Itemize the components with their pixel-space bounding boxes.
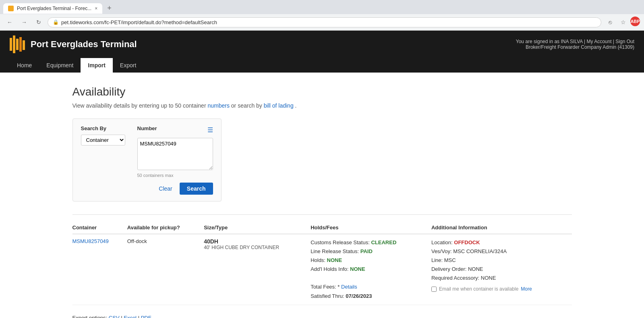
satisfied-thru-value: 07/26/2023 — [346, 293, 372, 299]
results-table-header: Container Available for pickup? Size/Typ… — [72, 221, 572, 234]
addl-holds-row: Add'l Holds Info: NONE — [311, 265, 427, 274]
nav-item-import[interactable]: Import — [81, 58, 113, 73]
required-accessory-label: Required Accessory: — [431, 275, 479, 281]
size-type-code: 40DH — [204, 238, 306, 245]
svg-rect-4 — [23, 40, 25, 50]
user-role-text: Broker/Freight Forwarder Company Admin (… — [516, 44, 634, 50]
email-label: Email me when container is available — [439, 285, 518, 293]
my-account-link[interactable]: My Account — [586, 39, 611, 44]
new-tab-button[interactable]: + — [104, 2, 115, 14]
holds-label: Holds: — [311, 257, 325, 263]
export-csv-link[interactable]: CSV — [109, 315, 120, 318]
table-row: MSMU8257049 Off-dock 40DH 40' HIGH CUBE … — [72, 234, 572, 305]
col-holds-fees: Holds/Fees — [311, 221, 431, 234]
location-value: OFFDOCK — [454, 239, 480, 245]
bookmark-button[interactable]: ☆ — [617, 17, 629, 28]
satisfied-thru-label: Satisfied Thru: — [311, 293, 344, 299]
numbers-link[interactable]: numbers — [207, 102, 229, 109]
col-available: Available for pickup? — [127, 221, 204, 234]
delivery-order-label: Delivery Order: — [431, 266, 466, 272]
sign-out-link[interactable]: Sign Out — [615, 39, 634, 44]
holds-value: NONE — [327, 257, 342, 263]
share-button[interactable]: ⎋ — [605, 17, 616, 28]
browser-tab-active: Port Everglades Terminal - Forec... × — [3, 3, 102, 14]
delivery-order-value: NONE — [468, 266, 483, 272]
delivery-order-row: Delivery Order: NONE — [431, 265, 567, 274]
line-label: Line: — [431, 257, 443, 263]
line-release-label: Line Release Status: — [311, 248, 359, 254]
customs-release-value: CLEARED — [371, 239, 396, 245]
app-title: Port Everglades Terminal — [31, 39, 137, 50]
main-content: Availability View availability details b… — [40, 73, 604, 318]
addl-holds-value: NONE — [350, 266, 365, 272]
required-accessory-value: NONE — [481, 275, 496, 281]
svg-rect-0 — [10, 38, 12, 51]
app-header-top: Port Everglades Terminal You are signed … — [0, 31, 644, 58]
email-notification-row: Email me when container is available Mor… — [431, 285, 567, 293]
back-button[interactable]: ← — [4, 17, 15, 28]
required-accessory-row: Required Accessory: NONE — [431, 274, 567, 283]
bill-of-lading-link[interactable]: bill of lading — [264, 102, 294, 109]
total-fees-row: Total Fees: * Details — [311, 283, 427, 291]
results-table-body: MSMU8257049 Off-dock 40DH 40' HIGH CUBE … — [72, 234, 572, 305]
url-text: pet.tideworks.com/fc-PET/import/default.… — [61, 19, 217, 25]
list-icon[interactable]: ☰ — [207, 126, 213, 134]
page-title: Availability — [72, 85, 572, 98]
line-row: Line: MSC — [431, 256, 567, 265]
line-value: MSC — [444, 257, 456, 263]
nav-item-home[interactable]: Home — [10, 58, 39, 73]
cell-size-type: 40DH 40' HIGH CUBE DRY CONTAINER — [204, 234, 311, 305]
svg-rect-3 — [19, 37, 22, 52]
refresh-button[interactable]: ↻ — [33, 17, 44, 28]
app-logo-icon — [10, 35, 26, 53]
line-release-value: PAID — [360, 248, 373, 254]
export-label: Export options: — [72, 315, 108, 318]
number-textarea[interactable] — [137, 138, 213, 170]
browser-tab-bar: Port Everglades Terminal - Forec... × + — [0, 0, 644, 14]
customs-release-label: Customs Release Status: — [311, 239, 370, 245]
tab-favicon — [8, 6, 14, 11]
holds-row: Holds: NONE — [311, 256, 427, 265]
cell-container: MSMU8257049 — [72, 234, 127, 305]
pipe1: | — [121, 315, 122, 318]
additional-info: Location: OFFDOCK Ves/Voy: MSC CORNELIA/… — [431, 238, 567, 293]
pipe2: | — [138, 315, 139, 318]
app-nav: Home Equipment Import Export — [0, 58, 644, 73]
forward-button[interactable]: → — [19, 17, 30, 28]
email-checkbox[interactable] — [431, 287, 437, 292]
user-info: You are signed in as INA SILVA | My Acco… — [516, 39, 634, 50]
profile-icon[interactable]: ABP — [630, 17, 640, 26]
cell-available: Off-dock — [127, 234, 204, 305]
browser-toolbar: ← → ↻ 🔒 pet.tideworks.com/fc-PET/import/… — [0, 14, 644, 30]
results-section: Container Available for pickup? Size/Typ… — [72, 214, 572, 318]
svg-rect-2 — [16, 39, 19, 50]
app-logo-area: Port Everglades Terminal — [10, 35, 137, 53]
container-link[interactable]: MSMU8257049 — [72, 238, 109, 244]
details-link[interactable]: Details — [341, 284, 357, 290]
results-table: Container Available for pickup? Size/Typ… — [72, 221, 572, 305]
tab-title: Port Everglades Terminal - Forec... — [17, 6, 91, 11]
satisfied-thru-row: Satisfied Thru: 07/26/2023 — [311, 292, 427, 301]
search-form: Search By Container Bill of Lading Numbe… — [72, 118, 222, 202]
col-additional-info: Additional Information — [431, 221, 572, 234]
export-options: Export options: CSV | Excel | PDF — [72, 315, 572, 318]
nav-item-export[interactable]: Export — [113, 58, 143, 73]
number-col-header: Number ☰ — [137, 125, 213, 135]
search-by-label: Search By — [81, 125, 125, 131]
section-divider — [72, 214, 572, 215]
textarea-hint: 50 containers max — [137, 173, 213, 178]
search-by-column: Search By Container Bill of Lading — [81, 125, 125, 145]
export-pdf-link[interactable]: PDF — [141, 315, 151, 318]
tab-close-button[interactable]: × — [95, 6, 97, 11]
export-excel-link[interactable]: Excel — [124, 315, 137, 318]
search-button[interactable]: Search — [180, 183, 213, 195]
search-by-select[interactable]: Container Bill of Lading — [81, 135, 125, 145]
address-bar[interactable]: 🔒 pet.tideworks.com/fc-PET/import/defaul… — [48, 17, 601, 27]
clear-button[interactable]: Clear — [155, 183, 176, 195]
ves-voy-label: Ves/Voy: — [431, 248, 452, 254]
nav-item-equipment[interactable]: Equipment — [39, 58, 81, 73]
browser-actions: ⎋ ☆ ABP — [605, 17, 640, 28]
more-link[interactable]: More — [521, 285, 532, 293]
col-size-type: Size/Type — [204, 221, 311, 234]
header-row: Container Available for pickup? Size/Typ… — [72, 221, 572, 234]
